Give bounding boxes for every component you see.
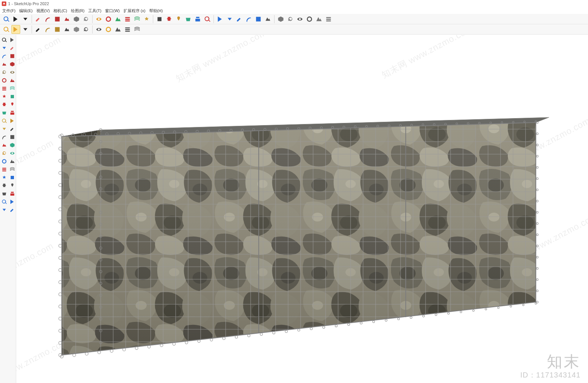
bucket-icon[interactable] <box>174 15 183 24</box>
box2-icon[interactable] <box>286 15 295 24</box>
zoom-icon[interactable] <box>193 15 202 24</box>
tape-tool[interactable] <box>0 117 8 124</box>
pencil-icon[interactable] <box>43 15 52 24</box>
grid-tool[interactable] <box>0 206 8 213</box>
offset-tool[interactable] <box>8 109 16 116</box>
plane-tool[interactable] <box>8 141 16 149</box>
addsec-tool[interactable] <box>8 149 16 157</box>
waves-icon[interactable] <box>225 15 234 24</box>
menu-item-2[interactable]: 视图(V) <box>36 8 50 14</box>
look-tool[interactable] <box>8 182 16 189</box>
text-tool[interactable] <box>8 125 16 132</box>
plugin1-icon[interactable] <box>2 25 11 34</box>
paint-icon[interactable] <box>184 15 193 24</box>
target-icon[interactable] <box>203 15 212 24</box>
eraser-tool[interactable] <box>8 44 16 52</box>
menu-item-0[interactable]: 文件(F) <box>2 8 15 14</box>
scale-tool[interactable] <box>0 109 8 116</box>
waves-tool[interactable] <box>8 198 16 205</box>
camera-icon[interactable] <box>21 25 30 34</box>
arc3-tool[interactable] <box>8 77 16 84</box>
section-tool[interactable] <box>0 149 8 157</box>
refresh-icon[interactable] <box>123 15 132 24</box>
menu-item-3[interactable]: 相机(C) <box>53 8 67 14</box>
layers-icon[interactable] <box>235 15 244 24</box>
menu-item-5[interactable]: 工具(T) <box>88 8 101 14</box>
house-icon[interactable] <box>295 15 304 24</box>
plugin2-icon[interactable] <box>11 25 20 34</box>
arc2-icon[interactable] <box>62 15 71 24</box>
eye-tool[interactable] <box>8 36 16 43</box>
arc2-tool[interactable] <box>0 77 8 84</box>
folder2-icon[interactable] <box>324 15 333 24</box>
zoom-tool[interactable] <box>0 157 8 165</box>
circle-tool[interactable] <box>0 68 8 76</box>
walk-tool[interactable] <box>0 182 8 189</box>
info-icon[interactable] <box>114 25 122 34</box>
undo-tool[interactable] <box>0 85 8 92</box>
note-icon[interactable] <box>104 25 113 34</box>
gear3-icon[interactable] <box>94 25 103 34</box>
pin-icon[interactable] <box>165 15 173 24</box>
cylinder-icon[interactable] <box>43 25 52 34</box>
select-arrow-icon[interactable] <box>11 15 20 24</box>
disk-tool[interactable] <box>8 68 16 76</box>
arc-tool[interactable] <box>8 52 16 60</box>
pencil-tool[interactable] <box>0 60 8 68</box>
select-tool[interactable] <box>0 36 8 43</box>
zoomwin-tool[interactable] <box>8 174 16 181</box>
pin-tool[interactable] <box>0 141 8 149</box>
layers-tool[interactable] <box>0 198 8 205</box>
rectangle2-icon[interactable] <box>82 15 90 24</box>
person-icon[interactable] <box>263 15 272 24</box>
add-icon[interactable] <box>34 25 43 34</box>
eye2-tool[interactable] <box>8 157 16 165</box>
pan-tool[interactable] <box>0 166 8 173</box>
rectangle-icon[interactable] <box>72 15 81 24</box>
menu-item-7[interactable]: 扩展程序 (x) <box>123 8 146 14</box>
refresh-tool[interactable] <box>0 101 8 108</box>
tape-icon[interactable] <box>142 15 151 24</box>
cube-tool[interactable] <box>0 52 8 60</box>
house2-icon[interactable] <box>305 15 314 24</box>
cloud-icon[interactable] <box>72 25 81 34</box>
dropdown-icon[interactable] <box>21 15 30 24</box>
cart-icon[interactable] <box>123 25 132 34</box>
zoomext-tool[interactable] <box>0 174 8 181</box>
grid-icon[interactable] <box>244 15 253 24</box>
box-icon[interactable] <box>276 15 285 24</box>
search-icon[interactable] <box>2 15 11 24</box>
protractor-tool[interactable] <box>0 125 8 132</box>
foot-tool[interactable] <box>0 190 8 197</box>
brush-tool[interactable] <box>8 60 16 68</box>
folder-icon[interactable] <box>315 15 323 24</box>
gear2-icon[interactable] <box>82 25 90 34</box>
dims-tool[interactable] <box>0 133 8 141</box>
move-tool[interactable] <box>0 93 8 100</box>
eraser-icon[interactable] <box>34 15 43 24</box>
stairs-icon[interactable] <box>94 15 103 24</box>
axes-tool[interactable] <box>8 117 16 124</box>
label-tool[interactable] <box>8 133 16 141</box>
sheets-icon[interactable] <box>53 25 62 34</box>
waves2-icon[interactable] <box>254 15 263 24</box>
menu-item-4[interactable]: 绘图(R) <box>71 8 85 14</box>
redo-tool[interactable] <box>8 85 16 92</box>
eye3-tool[interactable] <box>8 166 16 173</box>
compass-tool[interactable] <box>8 93 16 100</box>
menu-item-1[interactable]: 编辑(E) <box>19 8 33 14</box>
globe-icon[interactable] <box>133 25 141 34</box>
arc-icon[interactable] <box>53 15 62 24</box>
refresh2-icon[interactable] <box>133 15 141 24</box>
cube-red-icon[interactable] <box>104 15 113 24</box>
waves2-tool[interactable] <box>8 206 16 213</box>
cube-blue-icon[interactable] <box>114 15 122 24</box>
menu-item-6[interactable]: 窗口(W) <box>105 8 120 14</box>
follow-tool[interactable] <box>8 101 16 108</box>
orbit-tool[interactable] <box>0 44 8 52</box>
prints-tool[interactable] <box>8 190 16 197</box>
gear-icon[interactable] <box>216 15 225 24</box>
checker-icon[interactable] <box>62 25 71 34</box>
text-icon[interactable] <box>155 15 164 24</box>
menu-item-8[interactable]: 帮助(H) <box>149 8 163 14</box>
